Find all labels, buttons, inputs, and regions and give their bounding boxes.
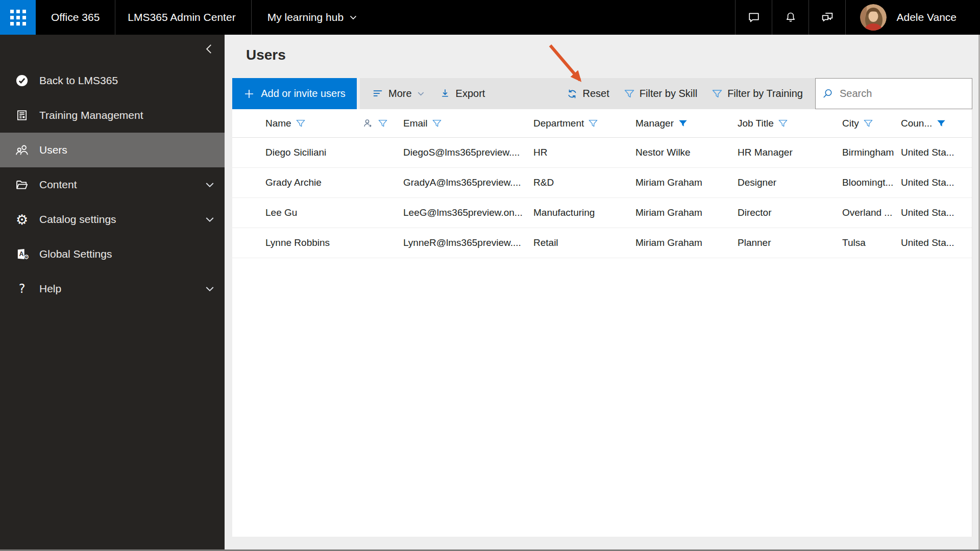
chat-button[interactable]	[736, 0, 772, 35]
filter-active-icon[interactable]	[936, 118, 946, 129]
column-header-country[interactable]: Coun...	[901, 118, 972, 129]
sidebar-item-help[interactable]: ? Help	[0, 271, 225, 306]
filter-active-icon[interactable]	[678, 118, 688, 129]
table-row[interactable]: Diego Siciliani DiegoS@lms365preview....…	[232, 138, 972, 168]
column-label: Name	[265, 118, 291, 129]
column-header-email[interactable]: Email	[403, 118, 533, 129]
column-label: Department	[533, 118, 584, 129]
sidebar-collapse-row	[0, 35, 225, 63]
column-header-job-title[interactable]: Job Title	[738, 118, 842, 129]
cell-department: HR	[533, 147, 635, 158]
column-header-city[interactable]: City	[842, 118, 901, 129]
table-row[interactable]: Lynne Robbins LynneR@lms365preview.... R…	[232, 228, 972, 258]
learning-hub-dropdown[interactable]: My learning hub	[267, 11, 358, 23]
column-header-name[interactable]: Name	[232, 118, 362, 129]
sidebar-item-label: Users	[39, 144, 215, 156]
cell-city: Birmingham	[842, 147, 901, 158]
table-header-row: Name	[232, 109, 972, 138]
cell-email: LeeG@lms365preview.on...	[403, 207, 533, 218]
bell-icon	[784, 11, 797, 24]
avatar[interactable]	[860, 4, 887, 31]
column-header-department[interactable]: Department	[533, 118, 635, 129]
cell-manager: Miriam Graham	[635, 177, 738, 188]
topbar-actions: Adele Vance	[735, 0, 980, 35]
sidebar-item-content[interactable]: Content	[0, 167, 225, 202]
cell-department: Retail	[533, 237, 635, 248]
search-input[interactable]	[840, 88, 966, 99]
filter-by-skill-button[interactable]: Filter by Skill	[617, 78, 704, 109]
more-button[interactable]: More	[365, 78, 432, 109]
command-bar: Add or invite users More	[232, 78, 972, 109]
column-label: Coun...	[901, 118, 932, 129]
table-row[interactable]: Lee Gu LeeG@lms365preview.on... Manufact…	[232, 198, 972, 228]
filter-icon[interactable]	[296, 118, 306, 129]
filter-icon[interactable]	[863, 118, 873, 129]
export-button[interactable]: Export	[432, 78, 493, 109]
table-row[interactable]: Grady Archie GradyA@lms365preview.... R&…	[232, 168, 972, 198]
waffle-grid-icon	[10, 10, 26, 26]
column-label: Job Title	[738, 118, 774, 129]
reset-label: Reset	[583, 88, 609, 99]
sidebar-item-users[interactable]: Users	[0, 133, 225, 167]
screen: Office 365 LMS365 Admin Center My learni…	[0, 0, 980, 551]
cell-job-title: Director	[738, 207, 842, 218]
sidebar-item-training-management[interactable]: Training Management	[0, 98, 225, 133]
cell-country: United Sta...	[901, 147, 972, 158]
filter-icon[interactable]	[432, 118, 442, 129]
chevron-down-icon	[416, 89, 425, 98]
refresh-icon	[566, 88, 578, 100]
cell-country: United Sta...	[901, 177, 972, 188]
cell-city: Bloomingt...	[842, 177, 901, 188]
sidebar-item-label: Help	[39, 283, 195, 295]
app-launcher-icon[interactable]	[0, 0, 36, 35]
command-strip: More Export	[360, 78, 815, 109]
funnel-icon	[624, 88, 635, 99]
chevron-down-icon	[204, 214, 215, 225]
filter-icon[interactable]	[778, 118, 788, 129]
cell-manager: Nestor Wilke	[635, 147, 738, 158]
export-label: Export	[456, 88, 485, 99]
cell-manager: Miriam Graham	[635, 237, 738, 248]
cell-name: Grady Archie	[232, 177, 362, 188]
document-icon	[13, 109, 31, 122]
learning-hub-label: My learning hub	[267, 11, 344, 23]
reset-button[interactable]: Reset	[559, 78, 617, 109]
filter-icon[interactable]	[378, 118, 388, 129]
funnel-icon	[712, 88, 723, 99]
feedback-button[interactable]	[809, 0, 845, 35]
lines-icon	[372, 88, 384, 99]
column-header-manager[interactable]: Manager	[635, 118, 738, 129]
cell-email: LynneR@lms365preview....	[403, 237, 533, 248]
book-gear-icon: A ⚙	[13, 247, 31, 261]
collapse-sidebar-icon[interactable]	[203, 42, 216, 56]
column-header-user-type[interactable]	[362, 118, 403, 129]
page-title: Users	[246, 47, 286, 63]
chevron-down-icon	[204, 179, 215, 190]
avatar-photo	[860, 4, 887, 31]
feedback-icon	[820, 10, 835, 25]
sidebar-item-back-to-lms365[interactable]: Back to LMS365	[0, 63, 225, 98]
cell-email: GradyA@lms365preview....	[403, 177, 533, 188]
filter-by-training-button[interactable]: Filter by Training	[704, 78, 810, 109]
user-name[interactable]: Adele Vance	[896, 11, 957, 23]
download-icon	[439, 88, 451, 99]
column-label: City	[842, 118, 859, 129]
sidebar-item-catalog-settings[interactable]: ⚙ Catalog settings	[0, 202, 225, 237]
cell-country: United Sta...	[901, 237, 972, 248]
admin-center-title[interactable]: LMS365 Admin Center	[128, 11, 235, 23]
cell-country: United Sta...	[901, 207, 972, 218]
sidebar-item-label: Catalog settings	[39, 213, 195, 226]
add-or-invite-users-button[interactable]: Add or invite users	[232, 78, 357, 109]
sidebar-item-global-settings[interactable]: A ⚙ Global Settings	[0, 237, 225, 271]
chat-icon	[747, 10, 761, 24]
topbar-divider	[251, 0, 252, 35]
plus-icon	[243, 88, 255, 99]
office365-label[interactable]: Office 365	[51, 11, 100, 23]
svg-text:⚙: ⚙	[23, 253, 29, 261]
add-button-label: Add or invite users	[261, 88, 346, 99]
cell-name: Lynne Robbins	[232, 237, 362, 248]
filter-icon[interactable]	[588, 118, 598, 129]
sidebar-item-label: Back to LMS365	[39, 74, 215, 87]
top-bar: Office 365 LMS365 Admin Center My learni…	[0, 0, 980, 35]
notifications-button[interactable]	[772, 0, 808, 35]
